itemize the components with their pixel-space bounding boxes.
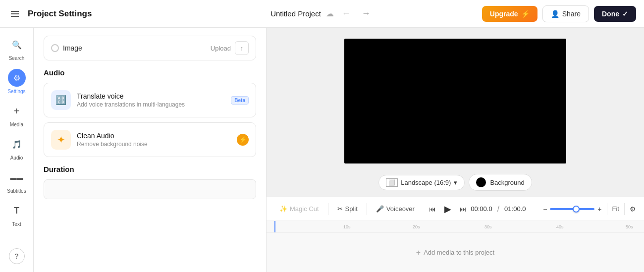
voiceover-button[interactable]: 🎤 Voiceover	[371, 202, 420, 216]
playback-controls: ⏮ ▶ ⏭ 00:00.0 / 01:00.0	[429, 201, 526, 217]
project-title: Untitled Project	[270, 9, 321, 18]
total-time: 01:00.0	[504, 205, 526, 213]
hamburger-menu-button[interactable]	[8, 9, 22, 19]
settings-panel-breadcrumb: Project Settings	[28, 9, 92, 19]
landscape-button[interactable]: ⬜ Landscape (16:9) ▾	[378, 175, 465, 190]
split-button[interactable]: ✂ Split	[332, 202, 363, 216]
undo-button[interactable]: ←	[339, 6, 354, 21]
sidebar-item-text[interactable]: T Text	[0, 198, 33, 231]
sidebar-item-media[interactable]: + Media	[0, 98, 33, 131]
image-radio[interactable]	[51, 44, 59, 52]
sidebar-item-search[interactable]: 🔍 Search	[0, 32, 33, 65]
redo-button[interactable]: →	[359, 6, 374, 21]
upgrade-label: Upgrade	[490, 10, 518, 18]
add-media-button[interactable]: + Add media to this project	[416, 248, 494, 257]
share-person-icon: 👤	[551, 10, 559, 18]
zoom-out-button[interactable]: −	[543, 205, 547, 213]
cloud-icon: ☁	[326, 9, 334, 18]
subtitles-icon: ▬▬	[8, 168, 26, 186]
landscape-label: Landscape (16:9)	[401, 179, 451, 186]
background-button[interactable]: Background	[469, 174, 532, 191]
plus-icon: +	[8, 102, 26, 120]
chevron-down-icon: ▾	[454, 179, 457, 186]
playhead	[274, 221, 275, 232]
done-label: Done	[602, 10, 619, 18]
lightning-small-icon: ⚡	[239, 136, 247, 143]
translate-icon: 🔠	[51, 90, 71, 110]
duration-input[interactable]	[44, 179, 256, 199]
share-button[interactable]: 👤 Share	[542, 5, 589, 22]
audio-icon: 🎵	[8, 135, 26, 153]
hamburger-icon	[11, 11, 19, 17]
ruler-20s: 20s	[413, 224, 420, 229]
timeline-ruler: 10s 20s 30s 40s 50s 1m	[267, 221, 644, 233]
duration-section-title: Duration	[44, 165, 256, 173]
checkmark-icon: ✓	[622, 10, 628, 18]
zoom-divider	[607, 203, 607, 215]
split-icon: ✂	[337, 205, 343, 213]
play-button[interactable]: ▶	[440, 201, 456, 217]
done-button[interactable]: Done ✓	[594, 6, 636, 22]
timeline-area: ✨ Magic Cut ✂ Split 🎤 Voiceover ⏮ ▶ ⏭	[267, 197, 644, 272]
settings-panel: Image Upload ↑ Audio 🔠 Translate voice A…	[34, 28, 267, 272]
background-color-swatch	[476, 177, 486, 187]
help-button[interactable]: ?	[9, 248, 25, 264]
canvas-area	[267, 28, 644, 174]
search-icon: 🔍	[8, 36, 26, 54]
fit-button[interactable]: Fit	[612, 205, 619, 213]
audio-section-title: Audio	[44, 68, 256, 77]
magic-cut-button[interactable]: ✨ Magic Cut	[274, 202, 324, 216]
icon-sidebar: 🔍 Search ⚙ Settings + Media 🎵 Audio ▬▬ S…	[0, 28, 34, 272]
sidebar-item-settings[interactable]: ⚙ Settings	[0, 65, 33, 98]
background-label: Background	[490, 179, 524, 186]
share-label: Share	[562, 10, 581, 18]
ruler-10s: 10s	[343, 224, 351, 229]
timeline-content: + Add media to this project	[267, 233, 644, 272]
timeline-toolbar: ✨ Magic Cut ✂ Split 🎤 Voiceover ⏮ ▶ ⏭	[267, 197, 644, 221]
translate-voice-card[interactable]: 🔠 Translate voice Add voice translations…	[44, 83, 256, 117]
settings-icon: ⚙	[8, 69, 26, 87]
add-media-plus-icon: +	[416, 248, 421, 257]
landscape-icon: ⬜	[386, 178, 398, 187]
toolbar-divider-2	[367, 203, 367, 215]
magic-cut-icon: ✨	[279, 205, 287, 213]
zoom-controls: − + Fit ⚙	[543, 203, 636, 215]
upload-arrow-icon: ↑	[240, 45, 244, 52]
upgrade-badge: ⚡	[237, 134, 249, 146]
skip-back-button[interactable]: ⏮	[429, 205, 436, 213]
current-time: 00:00.0	[471, 205, 492, 213]
sidebar-item-audio[interactable]: 🎵 Audio	[0, 131, 33, 164]
question-icon: ?	[15, 252, 19, 260]
sidebar-item-subtitles[interactable]: ▬▬ Subtitles	[0, 164, 33, 198]
timeline-settings-button[interactable]: ⚙	[630, 205, 636, 213]
preview-controls: ⬜ Landscape (16:9) ▾ Background	[267, 174, 644, 197]
clean-audio-card[interactable]: ✦ Clean Audio Remove background noise ⚡	[44, 122, 256, 157]
mic-icon: 🎤	[376, 205, 384, 213]
upload-arrow-button[interactable]: ↑	[235, 41, 249, 55]
image-option-row[interactable]: Image Upload ↑	[44, 36, 256, 60]
add-media-label: Add media to this project	[424, 249, 494, 256]
settings-divider	[624, 203, 625, 215]
toolbar-divider-1	[328, 203, 328, 215]
lightning-icon: ⚡	[521, 10, 530, 18]
sparkle-icon: ✦	[51, 130, 71, 150]
text-icon: T	[8, 202, 26, 219]
upload-text-button[interactable]: Upload	[211, 45, 231, 52]
skip-forward-button[interactable]: ⏭	[460, 205, 467, 213]
ruler-30s: 30s	[484, 224, 492, 229]
ruler-50s: 50s	[626, 224, 633, 229]
video-canvas	[344, 39, 566, 163]
zoom-slider[interactable]	[550, 208, 594, 210]
zoom-in-button[interactable]: +	[597, 205, 601, 213]
time-separator: /	[497, 205, 499, 214]
ruler-40s: 40s	[556, 224, 564, 229]
preview-area: ⬜ Landscape (16:9) ▾ Background ✨ Magic …	[267, 28, 644, 272]
upgrade-button[interactable]: Upgrade ⚡	[482, 6, 537, 22]
